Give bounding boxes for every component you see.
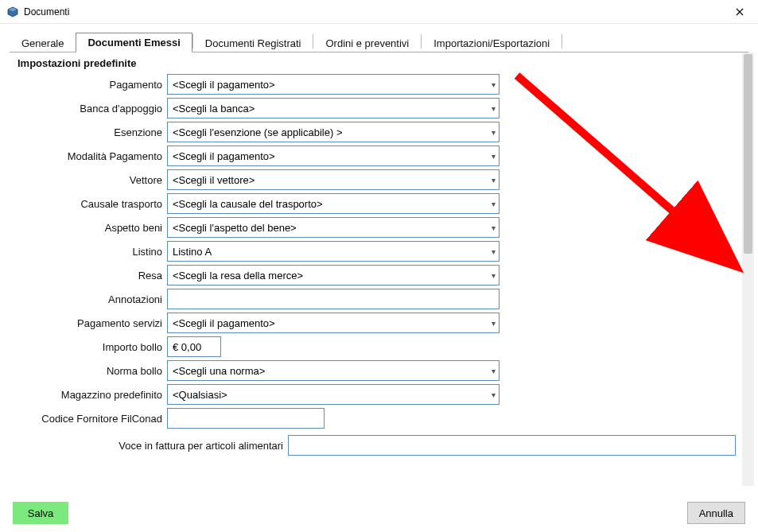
tab-import-export[interactable]: Importazioni/Esportazioni <box>422 33 562 52</box>
label-aspetto-beni: Aspetto beni <box>10 222 167 234</box>
chevron-down-icon: ▾ <box>488 367 496 375</box>
label-annotazioni: Annotazioni <box>10 293 167 305</box>
combo-value: <Scegli l'esenzione (se applicabile) > <box>173 126 343 138</box>
combo-vettore[interactable]: <Scegli il vettore> ▾ <box>167 169 500 190</box>
row-banca: Banca d'appoggio <Scegli la banca> ▾ <box>10 98 741 118</box>
label-vettore: Vettore <box>10 174 167 186</box>
row-pagamento-servizi: Pagamento servizi <Scegli il pagamento> … <box>10 313 741 333</box>
close-icon <box>736 6 744 18</box>
label-pagamento-servizi: Pagamento servizi <box>10 317 167 329</box>
combo-value: Listino A <box>173 246 212 258</box>
chevron-down-icon: ▾ <box>488 319 496 328</box>
combo-banca[interactable]: <Scegli la banca> ▾ <box>167 98 500 118</box>
input-importo-bollo[interactable] <box>167 336 221 357</box>
label-modalita-pagamento: Modalità Pagamento <box>10 150 167 162</box>
label-magazzino: Magazzino predefinito <box>10 389 167 401</box>
row-modalita-pagamento: Modalità Pagamento <Scegli il pagamento>… <box>10 146 741 166</box>
label-norma-bollo: Norma bollo <box>10 365 167 377</box>
row-norma-bollo: Norma bollo <Scegli una norma> ▾ <box>10 360 741 381</box>
combo-value: <Scegli il vettore> <box>173 174 255 186</box>
section-legend: Impostazioni predefinite <box>17 57 741 69</box>
label-banca: Banca d'appoggio <box>10 103 167 115</box>
chevron-down-icon: ▾ <box>488 223 496 232</box>
combo-value: <Scegli la causale del trasporto> <box>173 198 323 210</box>
input-codice-fornitore[interactable] <box>167 408 325 429</box>
row-esenzione: Esenzione <Scegli l'esenzione (se applic… <box>10 122 741 142</box>
combo-causale-trasporto[interactable]: <Scegli la causale del trasporto> ▾ <box>167 193 500 214</box>
combo-value: <Scegli il pagamento> <box>173 150 275 162</box>
combo-value: <Scegli il pagamento> <box>173 317 275 329</box>
tab-generale[interactable]: Generale <box>10 33 76 52</box>
window-title: Documenti <box>24 6 69 17</box>
combo-value: <Scegli la banca> <box>173 103 255 115</box>
label-listino: Listino <box>10 246 167 258</box>
title-bar: Documenti <box>0 0 758 24</box>
combo-value: <Qualsiasi> <box>173 389 227 401</box>
row-importo-bollo: Importo bollo <box>10 336 741 357</box>
label-codice-fornitore: Codice Fornitore FilConad <box>10 413 167 425</box>
input-annotazioni[interactable] <box>167 289 500 309</box>
chevron-down-icon: ▾ <box>488 390 496 399</box>
combo-pagamento[interactable]: <Scegli il pagamento> ▾ <box>167 74 500 95</box>
footer: Salva Annulla <box>0 494 758 532</box>
app-icon <box>6 6 19 18</box>
label-causale-trasporto: Causale trasporto <box>10 198 167 210</box>
chevron-down-icon: ▾ <box>488 176 496 184</box>
form: Pagamento <Scegli il pagamento> ▾ Banca … <box>10 74 741 456</box>
combo-norma-bollo[interactable]: <Scegli una norma> ▾ <box>167 360 500 381</box>
row-listino: Listino Listino A ▾ <box>10 241 741 262</box>
label-importo-bollo: Importo bollo <box>10 341 167 353</box>
row-vettore: Vettore <Scegli il vettore> ▾ <box>10 169 741 190</box>
scrollbar-thumb[interactable] <box>744 54 752 254</box>
row-resa: Resa <Scegli la resa della merce> ▾ <box>10 265 741 285</box>
row-annotazioni: Annotazioni <box>10 289 741 309</box>
vertical-scrollbar[interactable] <box>742 52 754 486</box>
tab-separator <box>562 34 562 49</box>
save-button[interactable]: Salva <box>13 502 68 524</box>
row-voce-fattura: Voce in fattura per articoli alimentari <box>10 435 741 456</box>
tab-ordini-preventivi[interactable]: Ordini e preventivi <box>313 33 421 52</box>
cancel-button[interactable]: Annulla <box>687 502 745 524</box>
tab-strip: Generale Documenti Emessi Documenti Regi… <box>10 30 748 52</box>
combo-resa[interactable]: <Scegli la resa della merce> ▾ <box>167 265 500 285</box>
combo-pagamento-servizi[interactable]: <Scegli il pagamento> ▾ <box>167 313 500 333</box>
row-magazzino: Magazzino predefinito <Qualsiasi> ▾ <box>10 384 741 405</box>
combo-value: <Scegli il pagamento> <box>173 79 275 91</box>
combo-modalita-pagamento[interactable]: <Scegli il pagamento> ▾ <box>167 146 500 166</box>
chevron-down-icon: ▾ <box>488 80 496 89</box>
combo-aspetto-beni[interactable]: <Scegli l'aspetto del bene> ▾ <box>167 217 500 238</box>
chevron-down-icon: ▾ <box>488 200 496 208</box>
label-resa: Resa <box>10 270 167 282</box>
label-esenzione: Esenzione <box>10 126 167 138</box>
input-voce-fattura[interactable] <box>288 435 736 456</box>
combo-value: <Scegli l'aspetto del bene> <box>173 222 297 234</box>
row-codice-fornitore: Codice Fornitore FilConad <box>10 408 741 429</box>
combo-value: <Scegli una norma> <box>173 365 265 377</box>
tab-documenti-emessi[interactable]: Documenti Emessi <box>76 33 192 52</box>
combo-esenzione[interactable]: <Scegli l'esenzione (se applicabile) > ▾ <box>167 122 500 142</box>
combo-listino[interactable]: Listino A ▾ <box>167 241 500 262</box>
tab-documenti-registrati[interactable]: Documenti Registrati <box>193 33 313 52</box>
combo-magazzino[interactable]: <Qualsiasi> ▾ <box>167 384 500 405</box>
content-area: Impostazioni predefinite Pagamento <Sceg… <box>10 52 741 486</box>
chevron-down-icon: ▾ <box>488 271 496 280</box>
combo-value: <Scegli la resa della merce> <box>173 270 303 282</box>
label-voce-fattura: Voce in fattura per articoli alimentari <box>10 440 288 452</box>
chevron-down-icon: ▾ <box>488 128 496 137</box>
chevron-down-icon: ▾ <box>488 247 496 256</box>
row-aspetto-beni: Aspetto beni <Scegli l'aspetto del bene>… <box>10 217 741 238</box>
row-pagamento: Pagamento <Scegli il pagamento> ▾ <box>10 74 741 95</box>
label-pagamento: Pagamento <box>10 79 167 91</box>
window-close-button[interactable] <box>721 0 758 24</box>
chevron-down-icon: ▾ <box>488 152 496 161</box>
row-causale-trasporto: Causale trasporto <Scegli la causale del… <box>10 193 741 214</box>
chevron-down-icon: ▾ <box>488 104 496 113</box>
